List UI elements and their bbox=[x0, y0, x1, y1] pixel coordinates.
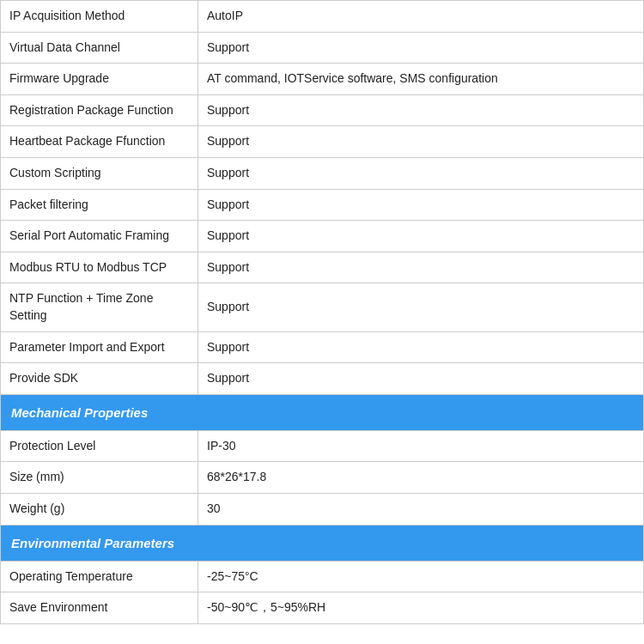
row-value: Support bbox=[198, 157, 644, 189]
table-row: Size (mm)68*26*17.8 bbox=[1, 462, 644, 494]
table-row: Custom ScriptingSupport bbox=[1, 157, 644, 189]
row-value: 68*26*17.8 bbox=[198, 462, 644, 494]
row-value: Support bbox=[198, 126, 644, 158]
row-label: Operating Temperature bbox=[1, 561, 198, 592]
row-label: Virtual Data Channel bbox=[1, 32, 198, 64]
row-value: Support bbox=[198, 94, 644, 126]
row-label: Modbus RTU to Modbus TCP bbox=[1, 252, 198, 283]
table-row: Provide SDKSupport bbox=[1, 363, 644, 395]
row-value: Support bbox=[198, 283, 644, 331]
table-row: Parameter Import and ExportSupport bbox=[1, 331, 644, 363]
row-label: Protection Level bbox=[1, 430, 198, 462]
row-label: Size (mm) bbox=[1, 462, 198, 494]
row-label: Packet filtering bbox=[1, 189, 198, 221]
row-value: 30 bbox=[198, 493, 644, 525]
specs-table: IP Acquisition MethodAutoIPVirtual Data … bbox=[0, 0, 644, 624]
table-row: Save Environment-50~90℃，5~95%RH bbox=[1, 592, 644, 624]
section-header-label: Mechanical Properties bbox=[1, 394, 644, 430]
row-label: Provide SDK bbox=[1, 363, 198, 395]
row-label: NTP Function + Time Zone Setting bbox=[1, 283, 198, 331]
row-value: Support bbox=[198, 363, 644, 395]
table-row: NTP Function + Time Zone SettingSupport bbox=[1, 283, 644, 331]
row-value: Support bbox=[198, 252, 644, 283]
table-row: Protection LevelIP-30 bbox=[1, 430, 644, 462]
table-row: Serial Port Automatic FramingSupport bbox=[1, 221, 644, 252]
row-label: IP Acquisition Method bbox=[1, 1, 198, 33]
row-value: AutoIP bbox=[198, 1, 644, 33]
table-row: Firmware UpgradeAT command, IOTService s… bbox=[1, 64, 644, 95]
table-row: Operating Temperature-25~75°C bbox=[1, 561, 644, 592]
row-value: -25~75°C bbox=[198, 561, 644, 592]
row-value: IP-30 bbox=[198, 430, 644, 462]
row-label: Save Environment bbox=[1, 592, 198, 624]
table-row: Registration Package FunctionSupport bbox=[1, 94, 644, 126]
section-header-label: Environmental Parameters bbox=[1, 525, 644, 561]
table-row: IP Acquisition MethodAutoIP bbox=[1, 1, 644, 33]
row-value: Support bbox=[198, 221, 644, 252]
row-value: Support bbox=[198, 331, 644, 363]
table-row: Modbus RTU to Modbus TCPSupport bbox=[1, 252, 644, 283]
row-label: Firmware Upgrade bbox=[1, 64, 198, 95]
row-value: -50~90℃，5~95%RH bbox=[198, 592, 644, 624]
row-label: Registration Package Function bbox=[1, 94, 198, 126]
row-label: Heartbeat Package Ffunction bbox=[1, 126, 198, 158]
row-label: Parameter Import and Export bbox=[1, 331, 198, 363]
table-row: Virtual Data ChannelSupport bbox=[1, 32, 644, 64]
row-label: Custom Scripting bbox=[1, 157, 198, 189]
table-row: Packet filteringSupport bbox=[1, 189, 644, 221]
row-value: AT command, IOTService software, SMS con… bbox=[198, 64, 644, 95]
row-value: Support bbox=[198, 189, 644, 221]
table-row: Weight (g)30 bbox=[1, 493, 644, 525]
table-row: Heartbeat Package FfunctionSupport bbox=[1, 126, 644, 158]
row-value: Support bbox=[198, 32, 644, 64]
section-header-row: Environmental Parameters bbox=[1, 525, 644, 561]
row-label: Serial Port Automatic Framing bbox=[1, 221, 198, 252]
section-header-row: Mechanical Properties bbox=[1, 394, 644, 430]
row-label: Weight (g) bbox=[1, 493, 198, 525]
